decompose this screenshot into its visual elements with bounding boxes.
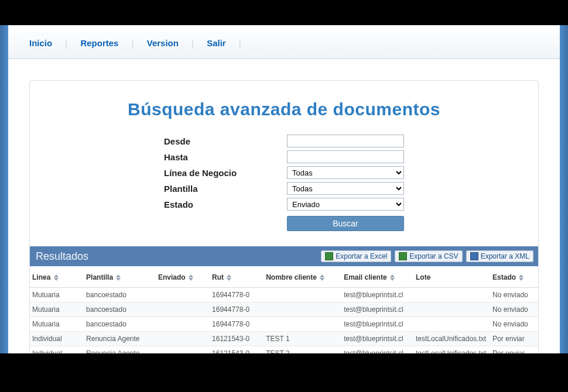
sort-icon[interactable] <box>320 274 324 281</box>
search-form: Desde Hasta Línea de Negocio Todas Plant… <box>30 135 538 231</box>
col-plantilla: Plantilla <box>86 273 113 281</box>
cell-plantilla: Renuncia Agente <box>84 346 156 354</box>
export-xml-label: Exportar a XML <box>481 252 529 260</box>
cell-nombre: TEST 1 <box>264 332 341 346</box>
sort-icon[interactable] <box>116 274 121 281</box>
cell-linea: Mutuaria <box>30 317 84 332</box>
sort-icon[interactable] <box>227 274 231 281</box>
estado-select[interactable]: Enviado <box>287 198 404 211</box>
desde-input[interactable] <box>287 135 404 147</box>
frame-left-border <box>0 25 8 353</box>
cell-plantilla: bancoestado <box>84 288 156 302</box>
cell-enviado <box>156 332 210 346</box>
cell-lote <box>413 288 490 302</box>
sort-icon[interactable] <box>189 274 193 281</box>
col-enviado: Enviado <box>158 273 186 281</box>
window-top-mask <box>0 0 568 25</box>
sort-icon[interactable] <box>390 274 395 281</box>
estado-label: Estado <box>164 200 281 209</box>
nav-separator: | <box>191 38 194 48</box>
cell-email: test@blueprintsit.cl <box>341 302 413 317</box>
top-nav: Inicio | Reportes | Version | Salir | <box>8 25 560 59</box>
cell-estado: No enviado <box>490 302 538 317</box>
cell-plantilla: bancoestado <box>84 302 156 317</box>
cell-rut: 16121543-0 <box>210 346 264 354</box>
cell-nombre <box>264 302 341 317</box>
sort-icon[interactable] <box>519 274 523 281</box>
csv-icon <box>399 252 407 260</box>
table-row: Mutuariabancoestado16944778-0test@bluepr… <box>30 288 538 302</box>
cell-linea: Individual <box>30 346 84 354</box>
linea-select[interactable]: Todas <box>287 166 404 179</box>
frame-right-border <box>560 25 568 353</box>
cell-lote <box>413 317 490 332</box>
hasta-label: Hasta <box>164 152 281 162</box>
results-table: Linea Plantilla Enviado Rut Nombre clien… <box>30 269 538 353</box>
cell-linea: Mutuaria <box>30 302 84 317</box>
window-bottom-mask <box>0 353 568 392</box>
cell-lote: testLocalUnificados.txt <box>413 332 490 346</box>
cell-lote <box>413 302 490 317</box>
sort-icon[interactable] <box>54 274 59 281</box>
cell-rut: 16121543-0 <box>210 332 264 346</box>
cell-rut: 16944778-0 <box>210 317 264 332</box>
cell-email: test@blueprintsit.cl <box>341 332 413 346</box>
export-excel-label: Exportar a Excel <box>336 252 387 260</box>
cell-enviado <box>156 317 210 332</box>
cell-nombre <box>264 288 341 302</box>
nav-separator: | <box>65 38 67 48</box>
desde-label: Desde <box>164 136 281 146</box>
export-excel-button[interactable]: Exportar a Excel <box>321 250 391 262</box>
cell-linea: Mutuaria <box>30 288 84 302</box>
cell-estado: No enviado <box>490 288 538 302</box>
linea-label: Línea de Negocio <box>164 168 281 178</box>
cell-enviado <box>156 302 210 317</box>
plantilla-select[interactable]: Todas <box>287 182 404 195</box>
table-row: Mutuariabancoestado16944778-0test@bluepr… <box>30 302 538 317</box>
cell-email: test@blueprintsit.cl <box>341 317 413 332</box>
table-row: Mutuariabancoestado16944778-0test@bluepr… <box>30 317 538 332</box>
hasta-input[interactable] <box>287 150 404 163</box>
cell-rut: 16944778-0 <box>210 302 264 317</box>
nav-reportes[interactable]: Reportes <box>76 38 123 48</box>
table-row: IndividualRenuncia Agente16121543-0TEST … <box>30 332 538 346</box>
col-lote: Lote <box>416 273 430 281</box>
plantilla-label: Plantilla <box>164 184 281 194</box>
export-csv-label: Exportar a CSV <box>409 252 458 260</box>
cell-estado: Por enviar <box>490 346 538 354</box>
col-nombre: Nombre cliente <box>266 273 317 281</box>
search-button[interactable]: Buscar <box>287 216 404 231</box>
col-linea: Linea <box>32 273 50 281</box>
cell-nombre: TEST 2 <box>264 346 341 354</box>
nav-salir[interactable]: Salir <box>202 38 231 48</box>
nav-separator: | <box>132 38 134 48</box>
cell-email: test@blueprintsit.cl <box>341 346 413 354</box>
table-row: IndividualRenuncia Agente16121543-0TEST … <box>30 346 538 354</box>
nav-version[interactable]: Version <box>142 38 183 48</box>
cell-nombre <box>264 317 341 332</box>
page-title: Búsqueda avanzada de documentos <box>30 81 538 135</box>
results-title: Resultados <box>36 250 317 263</box>
col-email: Email cliente <box>344 273 386 281</box>
col-estado: Estado <box>492 273 516 281</box>
nav-separator: | <box>239 38 241 48</box>
cell-enviado <box>156 346 210 354</box>
export-csv-button[interactable]: Exportar a CSV <box>395 250 462 262</box>
nav-inicio[interactable]: Inicio <box>25 38 57 48</box>
search-card: Búsqueda avanzada de documentos Desde Ha… <box>29 80 539 353</box>
results-header-bar: Resultados Exportar a Excel Exportar a C… <box>30 246 538 266</box>
cell-rut: 16944778-0 <box>210 288 264 302</box>
cell-linea: Individual <box>30 332 84 346</box>
xml-icon <box>470 252 478 260</box>
cell-estado: No enviado <box>490 317 538 332</box>
cell-plantilla: Renuncia Agente <box>84 332 156 346</box>
cell-enviado <box>156 288 210 302</box>
cell-email: test@blueprintsit.cl <box>341 288 413 302</box>
cell-plantilla: bancoestado <box>84 317 156 332</box>
cell-lote: testLocalUnificados.txt <box>413 346 490 354</box>
excel-icon <box>325 252 333 260</box>
export-xml-button[interactable]: Exportar a XML <box>466 250 533 262</box>
cell-estado: Por enviar <box>490 332 538 346</box>
col-rut: Rut <box>212 273 224 281</box>
